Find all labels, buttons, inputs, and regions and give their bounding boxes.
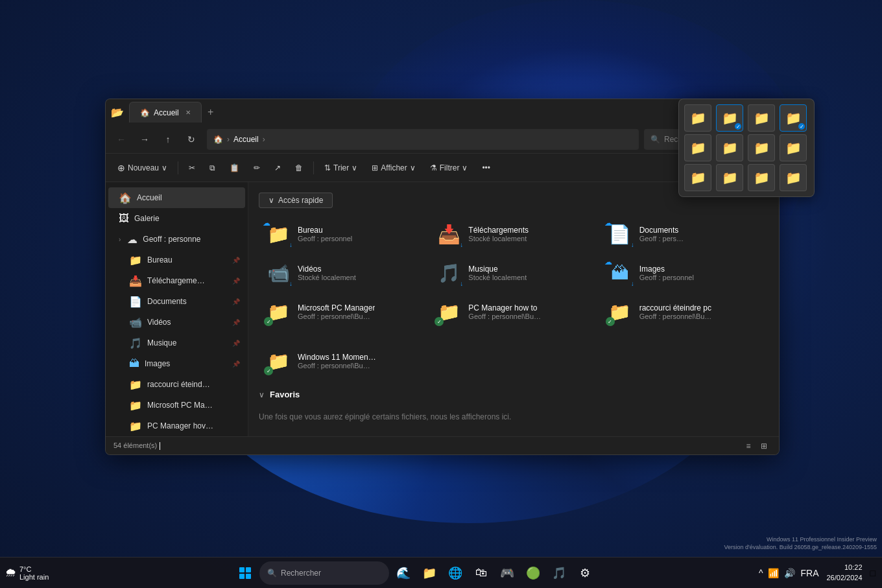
tab-accueil[interactable]: 🏠 Accueil ✕ (129, 102, 202, 123)
taskbar-music-btn[interactable]: 🎵 (547, 561, 571, 585)
back-button[interactable]: ← (111, 129, 132, 150)
sync-icon-bureau: ↓ (289, 241, 292, 248)
sidebar-item-geoff[interactable]: › ☁ Geoff : personne (108, 229, 245, 250)
taskbar-xbox-btn[interactable]: 🟢 (521, 561, 545, 585)
vs-item-3[interactable]: 📁 (748, 104, 775, 132)
vs-item-4[interactable]: 📁 ✓ (780, 104, 807, 132)
up-button[interactable]: ↑ (158, 129, 178, 150)
tab-close-btn[interactable]: ✕ (185, 109, 191, 116)
sidebar-item-pcmanager[interactable]: 📁 Microsoft PC Ma… (108, 395, 245, 416)
vs-item-1[interactable]: 📁 (684, 104, 711, 132)
taskbar-game-btn[interactable]: 🎮 (495, 561, 519, 585)
volume-icon[interactable]: 🔊 (783, 567, 796, 580)
chevron-up-icon[interactable]: ^ (757, 567, 765, 580)
address-crumb-accueil[interactable]: Accueil (233, 135, 259, 144)
qa-pcmanager[interactable]: 📁 ✓ Microsoft PC Manager Geoff : personn… (259, 294, 427, 330)
new-button[interactable]: ⊕ Nouveau ∨ (111, 158, 174, 178)
qa-win11-icon: 📁 ✓ (265, 348, 291, 374)
sync-icon-videos: ↓ (289, 280, 292, 287)
win-quad-4 (246, 574, 251, 579)
vs-item-8[interactable]: 📁 (780, 134, 807, 161)
sidebar-item-accueil[interactable]: 🏠 Accueil (108, 187, 245, 208)
trier-button[interactable]: ⇅ Trier ∨ (318, 158, 364, 178)
taskbar-edge-btn[interactable]: 🌐 (444, 561, 467, 585)
qa-telechargements[interactable]: 📥 ↓ Téléchargements Stocké localement (429, 216, 597, 252)
qa-dl-icon: 📥 ↓ (436, 221, 462, 247)
taskbar-widgets-btn[interactable]: 🌊 (392, 561, 415, 585)
qa-images-name: Images (639, 265, 694, 274)
vs-item-12[interactable]: 📁 (780, 164, 807, 191)
qa-win11-info: Windows 11 Momen… Geoff : personnel\Bu… (298, 353, 376, 370)
sidebar-item-galerie[interactable]: 🖼 Galerie (108, 208, 245, 229)
qa-images[interactable]: 🏔 ☁ ↓ Images Geoff : personnel (601, 255, 769, 291)
address-bar[interactable]: 🏠 › Accueil › (207, 129, 639, 150)
network-icon[interactable]: 📶 (767, 567, 780, 580)
acces-rapide-button[interactable]: ∨ Accès rapide (259, 193, 333, 208)
afficher-button[interactable]: ⊞ Afficher ∨ (365, 158, 422, 178)
qa-documents[interactable]: 📄 ☁ ↓ Documents Geoff : pers… (601, 216, 769, 252)
vs-item-11[interactable]: 📁 (748, 164, 775, 191)
vs-item-2[interactable]: 📁 ✓ (716, 104, 743, 132)
qa-videos[interactable]: 📹 ↓ Vidéos Stocké localement (259, 255, 427, 291)
filtrer-button[interactable]: ⚗ Filtrer ∨ (423, 158, 475, 178)
notification-icon[interactable]: □ (869, 567, 877, 580)
taskbar-clock[interactable]: 10:22 26/02/2024 (821, 563, 867, 583)
galerie-icon: 🖼 (119, 213, 129, 224)
sidebar-item-videos[interactable]: 📹 Vidéos 📌 (108, 312, 245, 333)
taskbar-weather[interactable]: 🌧 7°C Light rain (5, 565, 49, 581)
explorer-app-icon: 📂 (111, 106, 124, 119)
taskbar-store-btn[interactable]: 🛍 (470, 561, 493, 585)
start-button[interactable] (233, 561, 257, 585)
sidebar-item-documents[interactable]: 📄 Documents 📌 (108, 291, 245, 312)
sidebar-item-musique[interactable]: 🎵 Musique 📌 (108, 333, 245, 353)
qa-raccourci[interactable]: 📁 ✓ raccourci éteindre pc Geoff : person… (601, 294, 769, 330)
rename-button[interactable]: ✏ (247, 158, 267, 178)
pin6-icon: 📌 (232, 360, 240, 368)
taskbar-file-explorer-btn[interactable]: 📁 (418, 561, 441, 585)
taskbar-settings-btn[interactable]: ⚙ (573, 561, 597, 585)
copy-button[interactable]: ⧉ (203, 158, 222, 178)
favoris-section-header[interactable]: ∨ Favoris (259, 390, 769, 399)
vs-item-10[interactable]: 📁 (716, 164, 743, 191)
qa-pchow[interactable]: 📁 ✓ PC Manager how to Geoff : personnel\… (429, 294, 597, 330)
pin4-icon: 📌 (232, 319, 240, 326)
language-indicator[interactable]: FRA (799, 567, 820, 580)
sidebar-item-pchow[interactable]: 📁 PC Manager hov… (108, 416, 245, 436)
qa-dl-name: Téléchargements (468, 226, 529, 235)
weather-temp: 7°C (19, 565, 49, 573)
share-button[interactable]: ↗ (268, 158, 287, 178)
qa-bureau[interactable]: 📁 ☁ ↓ Bureau Geoff : personnel (259, 216, 427, 252)
sync-icon-music: ↓ (460, 280, 463, 287)
cut-button[interactable]: ✂ (182, 158, 202, 178)
windows-logo (239, 567, 251, 579)
list-view-button[interactable]: ≡ (741, 439, 756, 453)
content-area: ∨ Accès rapide 📁 ☁ ↓ Bureau (248, 182, 779, 436)
sidebar-item-images[interactable]: 🏔 Images 📌 (108, 353, 245, 374)
more-button[interactable]: ••• (475, 158, 497, 178)
delete-button[interactable]: 🗑 (289, 158, 309, 178)
paste-button[interactable]: 📋 (223, 158, 246, 178)
qa-win11moment[interactable]: 📁 ✓ Windows 11 Momen… Geoff : personnel\… (259, 343, 427, 379)
address-sep1: › (227, 135, 230, 144)
sidebar-item-raccourci[interactable]: 📁 raccourci éteind… (108, 374, 245, 395)
forward-button[interactable]: → (134, 129, 155, 150)
sidebar-item-telechargements[interactable]: 📥 Téléchargeme… 📌 (108, 270, 245, 291)
vs-item-6[interactable]: 📁 (716, 134, 743, 161)
qa-pchow-info: PC Manager how to Geoff : personnel\Bu… (468, 303, 541, 320)
new-chevron-icon: ∨ (161, 163, 167, 172)
qa-musique[interactable]: 🎵 ↓ Musique Stocké localement (429, 255, 597, 291)
sidebar-item-bureau[interactable]: 📁 Bureau 📌 (108, 250, 245, 270)
taskbar-search-text: Rechercher (281, 569, 321, 578)
vs-item-9[interactable]: 📁 (684, 164, 711, 191)
tab-new-btn[interactable]: + (202, 103, 220, 121)
music-folder-icon: 🎵 (129, 337, 142, 349)
grid-view-button[interactable]: ⊞ (757, 439, 771, 453)
refresh-button[interactable]: ↻ (181, 129, 202, 150)
vs-item-7[interactable]: 📁 (748, 134, 775, 161)
qa-raccourci-name: raccourci éteindre pc (639, 303, 712, 312)
vs-item-5[interactable]: 📁 (684, 134, 711, 161)
taskbar-search[interactable]: 🔍 Rechercher (259, 561, 389, 585)
vs-folder-gray9-icon: 📁 (754, 170, 770, 185)
pin5-icon: 📌 (232, 340, 240, 347)
geoff-label: Geoff : personne (143, 235, 200, 244)
